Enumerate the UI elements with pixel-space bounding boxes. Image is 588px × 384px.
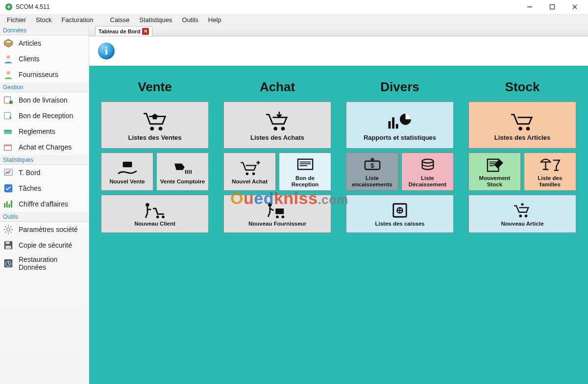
sidebar-item-label: Reglements	[19, 128, 55, 135]
svg-point-37	[422, 159, 433, 163]
dashboard: Vente Listes des Ventes Nouvel Vente	[89, 66, 588, 384]
sidebar-item-label: T. Bord	[19, 169, 40, 177]
safe-icon	[388, 202, 412, 219]
tile-nouveau-article[interactable]: Nouveau Article	[468, 195, 576, 233]
sidebar: Données Articles Clients Fournisseurs Ge…	[0, 26, 89, 384]
umbrella-glass-icon	[539, 156, 562, 173]
sidebar-item-chiffre-affaires[interactable]: Chiffre d'affaires	[0, 196, 89, 212]
sidebar-item-bon-livraison[interactable]: Bon de livraison	[0, 92, 89, 108]
window-title: SCOM 4.511	[16, 3, 518, 10]
tile-nouveau-client[interactable]: Nouveau Client	[101, 195, 209, 233]
svg-point-27	[245, 172, 248, 175]
tile-listes-caisses[interactable]: Listes des caisses	[346, 195, 454, 233]
menu-statistiques[interactable]: Statistiques	[134, 15, 177, 25]
content-area: Tableau de Bord ✕ i Vente Li	[89, 26, 588, 384]
tile-vente-comptoir[interactable]: Vente Comptoire	[156, 153, 209, 191]
chart-icon	[384, 110, 416, 132]
tile-listes-articles[interactable]: Listes des Articles	[468, 102, 576, 149]
save-icon	[3, 240, 14, 251]
svg-rect-8	[5, 130, 11, 131]
menu-stock[interactable]: Stock	[31, 15, 57, 25]
delivery-icon	[3, 95, 14, 105]
svg-point-22	[146, 203, 149, 207]
svg-rect-1	[550, 5, 555, 9]
svg-point-43	[519, 214, 522, 217]
sidebar-item-fournisseurs[interactable]: Fournisseurs	[0, 67, 89, 82]
column-title: Achat	[223, 79, 331, 95]
svg-point-44	[525, 214, 528, 217]
menu-facturation[interactable]: Facturation	[57, 15, 98, 25]
sidebar-item-label: Paramètres société	[19, 226, 78, 233]
tile-bon-reception[interactable]: Bon de Reception	[279, 153, 331, 191]
svg-point-25	[273, 127, 277, 130]
tasks-icon	[3, 183, 14, 194]
tile-nouvel-vente[interactable]: Nouvel Vente	[101, 153, 153, 191]
sidebar-item-reglements[interactable]: Reglements	[0, 124, 89, 139]
tile-listes-ventes[interactable]: Listes des Ventes	[101, 102, 209, 149]
tile-liste-decaissement[interactable]: Liste Décaissement	[401, 153, 454, 191]
close-icon[interactable]: ✕	[142, 28, 149, 35]
tile-label: Listes des Achats	[250, 134, 304, 141]
sidebar-item-copie-securite[interactable]: Copie de sécurité	[0, 237, 89, 253]
maximize-button[interactable]	[541, 0, 564, 14]
column-achat: Achat Listes des Achats Nouvel Achat	[223, 79, 331, 233]
titlebar: SCOM 4.511	[0, 0, 588, 14]
svg-point-5	[9, 101, 13, 104]
restore-icon	[3, 258, 14, 269]
svg-point-28	[252, 172, 255, 175]
tile-liste-encaissements[interactable]: $ Liste encaissements	[346, 153, 398, 191]
close-button[interactable]	[564, 0, 586, 14]
sidebar-item-taches[interactable]: Tâches	[0, 180, 89, 196]
menu-help[interactable]: Help	[203, 15, 226, 25]
svg-point-24	[162, 215, 165, 218]
barcode-scanner-icon	[171, 160, 195, 177]
coins-icon	[416, 156, 440, 173]
tab-tableau-de-bord[interactable]: Tableau de Bord ✕	[95, 26, 152, 36]
sidebar-item-label: Restauration Données	[19, 256, 85, 271]
sidebar-item-parametres[interactable]: Paramètres société	[0, 222, 89, 237]
sidebar-item-bon-reception[interactable]: Bon de Reception	[0, 108, 89, 124]
supplier-cart-icon	[263, 202, 292, 219]
info-icon[interactable]: i	[98, 43, 115, 59]
column-divers: Divers Rapports et statistiques $ Liste …	[346, 79, 454, 233]
sidebar-header-donnees: Données	[0, 26, 89, 35]
tile-nouveau-fournisseur[interactable]: Nouveau Fournisseur	[223, 195, 331, 233]
sidebar-item-achat-charges[interactable]: Achat et Charges	[0, 139, 89, 155]
sidebar-item-articles[interactable]: Articles	[0, 35, 89, 51]
tile-rapports-stats[interactable]: Rapports et statistiques	[346, 102, 454, 149]
svg-point-3	[6, 71, 10, 75]
sidebar-item-restauration[interactable]: Restauration Données	[0, 253, 89, 274]
tile-label: Nouvel Vente	[109, 179, 145, 185]
cart-add-icon	[511, 202, 534, 219]
person-cart-icon	[140, 202, 170, 219]
tile-label: Nouveau Client	[134, 221, 175, 227]
svg-rect-21	[122, 161, 132, 167]
cart-plus-icon	[238, 160, 262, 177]
column-title: Stock	[468, 79, 576, 95]
money-in-icon: $	[361, 156, 384, 173]
svg-point-32	[276, 215, 279, 218]
tile-label: Liste Décaissement	[405, 175, 450, 187]
sidebar-item-tbord[interactable]: T. Bord	[0, 165, 89, 180]
menu-caisse[interactable]: Caisse	[105, 15, 135, 25]
tile-listes-achats[interactable]: Listes des Achats	[223, 102, 331, 149]
svg-rect-6	[4, 113, 11, 119]
menu-fichier[interactable]: Fichier	[2, 15, 31, 25]
tile-label: Bon de Reception	[282, 175, 328, 187]
svg-rect-31	[275, 208, 284, 214]
sidebar-item-clients[interactable]: Clients	[0, 51, 89, 67]
app-icon	[5, 3, 13, 11]
svg-rect-10	[4, 169, 13, 176]
menu-outils[interactable]: Outils	[177, 15, 203, 25]
cart-icon	[507, 110, 538, 132]
tile-mouvement-stock[interactable]: Mouvement Stock	[468, 153, 521, 191]
sidebar-item-label: Bon de Reception	[19, 112, 73, 120]
column-title: Divers	[346, 79, 454, 95]
tile-label: Nouveau Article	[501, 221, 543, 227]
tile-label: Nouvel Achat	[232, 179, 268, 185]
box-icon	[3, 38, 14, 49]
minimize-button[interactable]	[518, 0, 541, 14]
tile-nouvel-achat[interactable]: Nouvel Achat	[223, 153, 276, 191]
tile-liste-familles[interactable]: Liste des familles	[524, 153, 576, 191]
svg-point-26	[281, 127, 285, 130]
